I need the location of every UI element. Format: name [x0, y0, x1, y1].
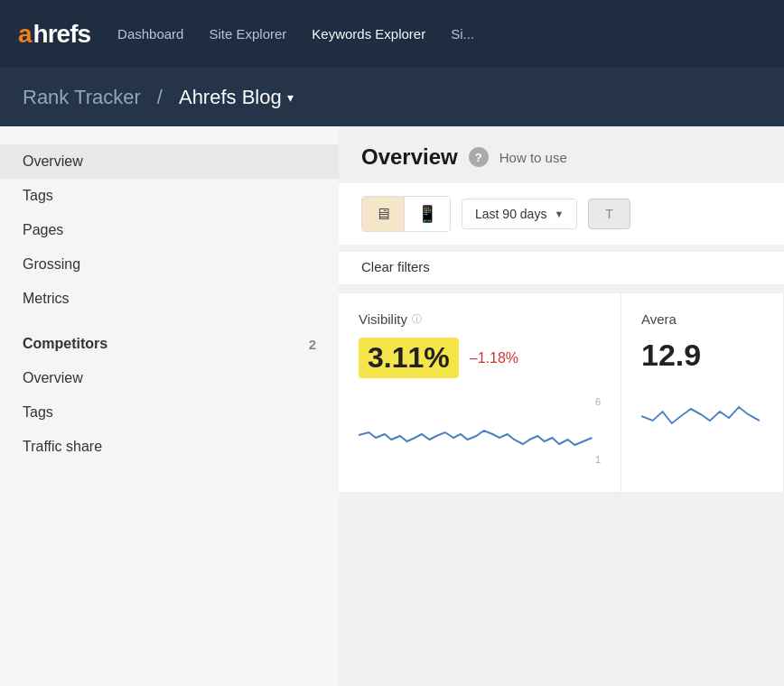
stat-label-visibility: Visibility ⓘ	[359, 311, 601, 327]
stats-row: Visibility ⓘ 3.11% –1.18% 6 1	[339, 293, 784, 492]
visibility-chart-svg	[359, 394, 601, 467]
desktop-icon: 🖥	[375, 205, 391, 224]
clear-filters-button[interactable]: Clear filters	[361, 259, 430, 274]
sidebar-competitors-badge: 2	[309, 337, 316, 352]
header: ahrefs Dashboard Site Explorer Keywords …	[0, 0, 784, 68]
how-to-use-link[interactable]: How to use	[499, 150, 567, 165]
breadcrumb-bar: Rank Tracker / Ahrefs Blog ▾	[0, 68, 784, 126]
sidebar-item-tags[interactable]: Tags	[0, 179, 339, 213]
visibility-info-icon[interactable]: ⓘ	[412, 312, 422, 326]
average-value: 12.9	[641, 338, 701, 373]
device-mobile-button[interactable]: 📱	[405, 197, 450, 231]
stat-card-visibility: Visibility ⓘ 3.11% –1.18% 6 1	[339, 293, 621, 492]
sidebar-item-metrics[interactable]: Metrics	[0, 282, 339, 316]
sidebar-item-competitors-label: Competitors	[23, 336, 107, 352]
sidebar-item-overview[interactable]: Overview	[0, 144, 339, 179]
date-range-label: Last 90 days	[475, 207, 546, 221]
visibility-line	[359, 431, 592, 445]
logo-rest: hrefs	[33, 20, 90, 49]
stat-label-average: Avera	[641, 311, 763, 327]
nav-dashboard[interactable]: Dashboard	[117, 26, 183, 42]
logo: ahrefs	[18, 20, 90, 49]
average-chart-svg	[641, 389, 763, 461]
toolbar-card: 🖥 📱 Last 90 days ▼ T	[339, 183, 784, 245]
chart-y-top: 6	[595, 396, 601, 407]
main-nav: Dashboard Site Explorer Keywords Explore…	[117, 26, 474, 42]
sidebar-item-traffic-share[interactable]: Traffic share	[0, 430, 339, 464]
breadcrumb-separator: /	[157, 86, 163, 109]
visibility-value: 3.11%	[359, 338, 459, 378]
device-desktop-button[interactable]: 🖥	[362, 197, 405, 231]
breadcrumb-current-label: Ahrefs Blog	[179, 86, 282, 109]
chevron-down-icon: ▼	[554, 209, 564, 219]
breadcrumb-section[interactable]: Rank Tracker	[23, 86, 141, 109]
stat-value-row-average: 12.9	[641, 338, 763, 373]
stat-card-average: Avera 12.9	[621, 293, 784, 492]
sidebar-item-pages[interactable]: Pages	[0, 213, 339, 247]
visibility-change: –1.18%	[470, 350, 518, 366]
breadcrumb-current[interactable]: Ahrefs Blog ▾	[179, 86, 294, 109]
main-layout: Overview Tags Pages Grossing Metrics Com…	[0, 126, 784, 686]
tab-placeholder[interactable]: T	[588, 199, 630, 229]
help-icon[interactable]: ?	[469, 147, 489, 167]
page-title: Overview	[361, 144, 458, 170]
content-area: Overview ? How to use 🖥 📱 Last 90 days ▼…	[339, 126, 784, 686]
sidebar-item-grossing[interactable]: Grossing	[0, 247, 339, 282]
chevron-down-icon: ▾	[287, 90, 294, 105]
page-header: Overview ? How to use	[339, 126, 784, 183]
average-chart	[641, 389, 763, 461]
sidebar: Overview Tags Pages Grossing Metrics Com…	[0, 126, 339, 686]
nav-keywords-explorer[interactable]: Keywords Explorer	[312, 26, 425, 42]
date-range-dropdown[interactable]: Last 90 days ▼	[462, 199, 577, 229]
sidebar-item-competitors[interactable]: Competitors 2	[0, 327, 339, 361]
device-toggle: 🖥 📱	[361, 196, 451, 232]
logo-a: a	[18, 20, 32, 49]
mobile-icon: 📱	[417, 204, 437, 224]
nav-more[interactable]: Si...	[451, 26, 474, 42]
chart-y-labels: 6 1	[595, 394, 601, 467]
visibility-chart: 6 1	[359, 394, 601, 467]
nav-site-explorer[interactable]: Site Explorer	[209, 26, 286, 42]
stat-value-row-visibility: 3.11% –1.18%	[359, 338, 601, 378]
sidebar-item-competitors-overview[interactable]: Overview	[0, 361, 339, 395]
sidebar-gap	[0, 316, 339, 327]
clear-filters-bar: Clear filters	[339, 252, 784, 284]
chart-y-bottom: 1	[595, 454, 601, 465]
average-line	[641, 407, 760, 423]
sidebar-item-competitors-tags[interactable]: Tags	[0, 395, 339, 430]
